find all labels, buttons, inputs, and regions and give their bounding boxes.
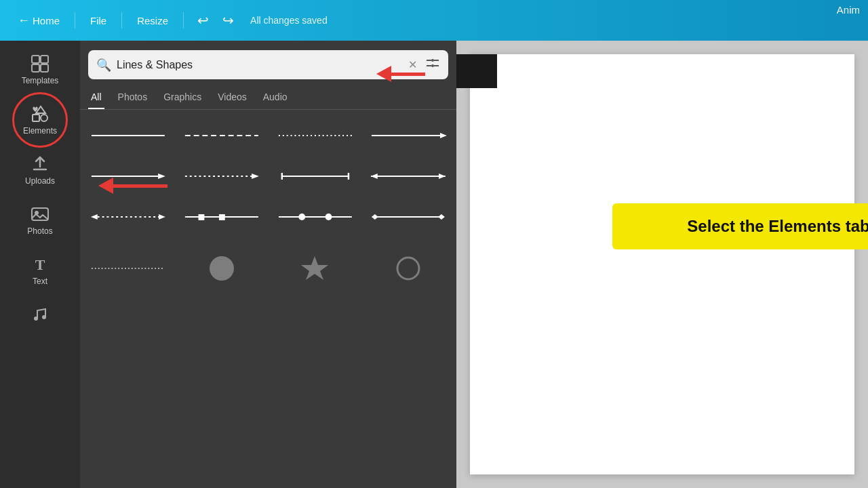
music-icon	[31, 305, 50, 324]
tab-all[interactable]: All	[88, 86, 104, 109]
header-divider-2	[121, 12, 122, 28]
sidebar-item-text[interactable]: T Text	[6, 247, 74, 294]
sidebar-item-music[interactable]	[6, 297, 74, 332]
svg-point-48	[397, 258, 419, 279]
header-divider-1	[75, 12, 75, 28]
text-icon: T	[31, 255, 50, 274]
shape-star[interactable]	[275, 248, 355, 289]
canvas-page[interactable]	[470, 54, 854, 474]
line-double-arrow-dotted[interactable]	[88, 207, 168, 226]
line-solid[interactable]	[88, 126, 168, 145]
line-row-4	[88, 248, 448, 289]
svg-rect-2	[32, 64, 39, 72]
home-label: Home	[33, 15, 60, 26]
svg-rect-0	[32, 56, 39, 63]
photos-icon	[31, 205, 50, 224]
line-arrow-right[interactable]	[368, 126, 448, 145]
file-button[interactable]: File	[83, 11, 113, 30]
line-dotted-arrow[interactable]	[182, 167, 262, 186]
svg-point-46	[210, 256, 234, 281]
templates-label: Templates	[22, 76, 59, 85]
svg-point-11	[42, 315, 46, 319]
elements-label: Elements	[23, 126, 57, 136]
lines-content-area	[80, 115, 456, 488]
tooltip-elements-text: Select the Elements tab	[631, 217, 868, 236]
header-divider-3	[183, 12, 184, 28]
back-button[interactable]: ← Home	[11, 9, 66, 32]
svg-rect-1	[41, 56, 48, 63]
animate-label[interactable]: Anim	[829, 0, 868, 20]
svg-point-41	[325, 214, 332, 220]
header: ← Home File Resize ↩ ↪ All changes saved…	[0, 0, 868, 41]
panel: 🔍 ✕ All Photos Graphics Videos Audio	[80, 41, 456, 488]
elements-icon	[31, 104, 50, 123]
search-filter-icon[interactable]	[425, 56, 440, 74]
svg-marker-47	[301, 256, 328, 280]
svg-marker-43	[372, 214, 378, 220]
red-arrow-filter	[376, 66, 425, 82]
red-arrow-elements	[98, 178, 167, 194]
svg-point-13	[431, 64, 434, 67]
uploads-icon	[31, 155, 50, 174]
red-arrow-head-filter	[376, 66, 391, 82]
svg-rect-5	[33, 115, 39, 121]
search-input[interactable]	[117, 59, 403, 71]
svg-rect-7	[32, 208, 48, 220]
resize-button[interactable]: Resize	[130, 11, 175, 30]
shape-circle-1[interactable]	[182, 248, 262, 289]
sidebar: Templates Elements Upl	[0, 41, 80, 488]
shape-circle-2[interactable]	[368, 248, 448, 289]
line-row-3	[88, 207, 448, 226]
tab-audio[interactable]: Audio	[260, 86, 290, 109]
text-label: Text	[33, 277, 47, 286]
line-row-1	[88, 126, 448, 145]
svg-rect-38	[219, 214, 225, 220]
svg-marker-32	[439, 174, 446, 179]
uploads-label: Uploads	[25, 176, 55, 186]
file-label: File	[90, 15, 106, 26]
line-diamond-ends[interactable]	[368, 207, 448, 226]
svg-rect-37	[198, 214, 204, 220]
sidebar-item-elements[interactable]: Elements	[6, 96, 74, 144]
svg-text:T: T	[35, 256, 45, 273]
canvas-area: Then click the Lines & Shapes section Se…	[456, 41, 868, 488]
line-bar-capped[interactable]	[275, 167, 355, 186]
svg-marker-33	[91, 214, 98, 220]
svg-point-12	[431, 59, 434, 62]
line-dotted[interactable]	[275, 126, 355, 145]
sidebar-item-templates[interactable]: Templates	[6, 46, 74, 94]
line-variant-a[interactable]	[88, 259, 168, 278]
templates-icon	[31, 54, 50, 73]
sidebar-item-uploads[interactable]: Uploads	[6, 146, 74, 194]
red-arrow-line-elements	[113, 184, 167, 188]
sidebar-item-photos[interactable]: Photos	[6, 197, 74, 244]
red-arrow-head-elements	[98, 178, 113, 194]
line-dashed[interactable]	[182, 126, 262, 145]
undo-button[interactable]: ↩	[192, 8, 214, 33]
back-icon: ←	[18, 14, 30, 28]
svg-rect-3	[41, 64, 48, 72]
line-double-arrow[interactable]	[368, 167, 448, 186]
redo-button[interactable]: ↪	[217, 8, 239, 33]
resize-label: Resize	[137, 15, 168, 26]
category-tabs: All Photos Graphics Videos Audio	[80, 86, 456, 110]
svg-marker-35	[159, 214, 165, 220]
svg-marker-22	[440, 133, 447, 138]
tab-photos[interactable]: Photos	[115, 86, 151, 109]
main-layout: Templates Elements Upl	[0, 41, 868, 488]
svg-marker-26	[252, 174, 259, 179]
undo-redo-group: ↩ ↪	[192, 8, 239, 33]
tab-videos[interactable]: Videos	[215, 86, 250, 109]
svg-point-6	[41, 115, 47, 121]
tab-graphics[interactable]: Graphics	[161, 86, 204, 109]
search-icon: 🔍	[96, 58, 111, 73]
save-status: All changes saved	[250, 15, 328, 26]
svg-point-10	[34, 317, 38, 321]
red-arrow-line-filter	[391, 73, 425, 76]
tooltip-elements: Select the Elements tab	[612, 203, 868, 249]
svg-point-40	[298, 214, 305, 220]
svg-marker-44	[438, 214, 445, 220]
canvas-black-rect	[456, 54, 497, 88]
line-slider-square[interactable]	[182, 207, 262, 226]
line-slider-circle[interactable]	[275, 207, 355, 226]
